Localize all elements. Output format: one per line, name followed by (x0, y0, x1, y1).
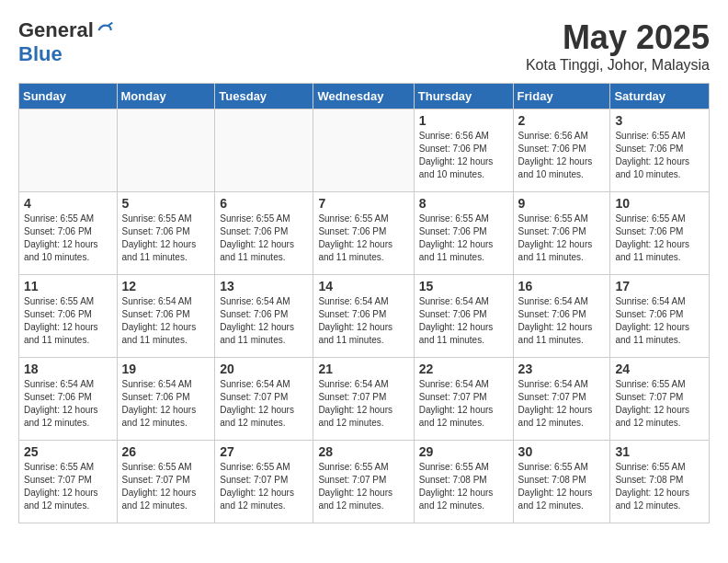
day-info: Sunrise: 6:55 AMSunset: 7:07 PMDaylight:… (318, 461, 408, 512)
table-cell (313, 109, 414, 192)
day-number: 30 (518, 444, 606, 459)
day-info: Sunrise: 6:54 AMSunset: 7:07 PMDaylight:… (318, 378, 408, 430)
day-info: Sunrise: 6:55 AMSunset: 7:08 PMDaylight:… (518, 461, 606, 512)
table-cell: 5Sunrise: 6:55 AMSunset: 7:06 PMDaylight… (117, 192, 215, 275)
page-header: General Blue May 2025 Kota Tinggi, Johor… (18, 18, 710, 74)
day-number: 4 (24, 196, 112, 211)
day-info: Sunrise: 6:56 AMSunset: 7:06 PMDaylight:… (419, 130, 508, 181)
day-info: Sunrise: 6:54 AMSunset: 7:06 PMDaylight:… (24, 378, 112, 430)
logo-icon (96, 21, 114, 40)
week-row-1: 1Sunrise: 6:56 AMSunset: 7:06 PMDaylight… (19, 109, 710, 192)
table-cell: 8Sunrise: 6:55 AMSunset: 7:06 PMDaylight… (414, 192, 513, 275)
title-section: May 2025 Kota Tinggi, Johor, Malaysia (526, 18, 710, 74)
table-cell: 9Sunrise: 6:55 AMSunset: 7:06 PMDaylight… (513, 192, 610, 275)
day-info: Sunrise: 6:55 AMSunset: 7:07 PMDaylight:… (615, 378, 704, 430)
day-number: 7 (318, 196, 408, 211)
day-info: Sunrise: 6:54 AMSunset: 7:07 PMDaylight:… (220, 378, 308, 430)
day-info: Sunrise: 6:55 AMSunset: 7:06 PMDaylight:… (419, 213, 508, 264)
day-info: Sunrise: 6:54 AMSunset: 7:06 PMDaylight:… (518, 295, 606, 347)
table-cell: 12Sunrise: 6:54 AMSunset: 7:06 PMDayligh… (117, 275, 215, 358)
table-cell: 31Sunrise: 6:55 AMSunset: 7:08 PMDayligh… (610, 441, 710, 523)
day-number: 10 (615, 196, 704, 211)
logo-general-text: General (18, 18, 94, 42)
day-number: 16 (518, 279, 606, 293)
day-info: Sunrise: 6:55 AMSunset: 7:06 PMDaylight:… (318, 213, 408, 264)
table-cell (215, 109, 313, 192)
day-number: 25 (24, 444, 112, 459)
day-number: 13 (220, 279, 308, 293)
day-info: Sunrise: 6:54 AMSunset: 7:06 PMDaylight:… (220, 295, 308, 347)
table-cell: 19Sunrise: 6:54 AMSunset: 7:06 PMDayligh… (117, 358, 215, 441)
day-info: Sunrise: 6:55 AMSunset: 7:07 PMDaylight:… (24, 461, 112, 512)
table-cell: 4Sunrise: 6:55 AMSunset: 7:06 PMDaylight… (19, 192, 118, 275)
table-cell: 15Sunrise: 6:54 AMSunset: 7:06 PMDayligh… (414, 275, 513, 358)
day-number: 29 (419, 444, 508, 459)
day-number: 14 (318, 279, 408, 293)
table-cell: 25Sunrise: 6:55 AMSunset: 7:07 PMDayligh… (19, 441, 118, 523)
day-number: 19 (122, 362, 210, 376)
table-cell: 10Sunrise: 6:55 AMSunset: 7:06 PMDayligh… (610, 192, 710, 275)
day-number: 15 (419, 279, 508, 293)
day-info: Sunrise: 6:54 AMSunset: 7:06 PMDaylight:… (122, 295, 210, 347)
day-number: 27 (220, 444, 308, 459)
table-cell (19, 109, 118, 192)
col-thursday: Thursday (414, 84, 513, 109)
day-info: Sunrise: 6:56 AMSunset: 7:06 PMDaylight:… (518, 130, 606, 181)
table-cell: 29Sunrise: 6:55 AMSunset: 7:08 PMDayligh… (414, 441, 513, 523)
day-info: Sunrise: 6:54 AMSunset: 7:06 PMDaylight:… (318, 295, 408, 347)
day-number: 20 (220, 362, 308, 376)
table-cell: 2Sunrise: 6:56 AMSunset: 7:06 PMDaylight… (513, 109, 610, 192)
week-row-4: 18Sunrise: 6:54 AMSunset: 7:06 PMDayligh… (19, 358, 710, 441)
logo-blue-text: Blue (18, 42, 63, 66)
week-row-5: 25Sunrise: 6:55 AMSunset: 7:07 PMDayligh… (19, 441, 710, 523)
day-number: 28 (318, 444, 408, 459)
day-info: Sunrise: 6:55 AMSunset: 7:07 PMDaylight:… (122, 461, 210, 512)
day-number: 11 (24, 279, 112, 293)
day-number: 21 (318, 362, 408, 376)
day-info: Sunrise: 6:55 AMSunset: 7:06 PMDaylight:… (615, 213, 704, 264)
day-info: Sunrise: 6:55 AMSunset: 7:06 PMDaylight:… (24, 213, 112, 264)
day-info: Sunrise: 6:55 AMSunset: 7:06 PMDaylight:… (518, 213, 606, 264)
table-cell: 3Sunrise: 6:55 AMSunset: 7:06 PMDaylight… (610, 109, 710, 192)
table-cell: 1Sunrise: 6:56 AMSunset: 7:06 PMDaylight… (414, 109, 513, 192)
day-info: Sunrise: 6:54 AMSunset: 7:06 PMDaylight:… (615, 295, 704, 347)
table-cell: 7Sunrise: 6:55 AMSunset: 7:06 PMDaylight… (313, 192, 414, 275)
calendar-table: Sunday Monday Tuesday Wednesday Thursday… (18, 83, 710, 523)
table-cell: 30Sunrise: 6:55 AMSunset: 7:08 PMDayligh… (513, 441, 610, 523)
day-info: Sunrise: 6:55 AMSunset: 7:08 PMDaylight:… (419, 461, 508, 512)
day-info: Sunrise: 6:54 AMSunset: 7:06 PMDaylight:… (122, 378, 210, 430)
day-info: Sunrise: 6:55 AMSunset: 7:07 PMDaylight:… (220, 461, 308, 512)
location: Kota Tinggi, Johor, Malaysia (526, 57, 710, 74)
day-info: Sunrise: 6:55 AMSunset: 7:06 PMDaylight:… (24, 295, 112, 347)
table-cell: 11Sunrise: 6:55 AMSunset: 7:06 PMDayligh… (19, 275, 118, 358)
logo: General Blue (18, 18, 114, 66)
day-number: 9 (518, 196, 606, 211)
table-cell: 23Sunrise: 6:54 AMSunset: 7:07 PMDayligh… (513, 358, 610, 441)
table-cell: 28Sunrise: 6:55 AMSunset: 7:07 PMDayligh… (313, 441, 414, 523)
table-cell: 24Sunrise: 6:55 AMSunset: 7:07 PMDayligh… (610, 358, 710, 441)
table-cell: 17Sunrise: 6:54 AMSunset: 7:06 PMDayligh… (610, 275, 710, 358)
table-cell: 6Sunrise: 6:55 AMSunset: 7:06 PMDaylight… (215, 192, 313, 275)
day-number: 24 (615, 362, 704, 376)
table-cell: 13Sunrise: 6:54 AMSunset: 7:06 PMDayligh… (215, 275, 313, 358)
col-saturday: Saturday (610, 84, 710, 109)
table-cell: 14Sunrise: 6:54 AMSunset: 7:06 PMDayligh… (313, 275, 414, 358)
table-cell: 20Sunrise: 6:54 AMSunset: 7:07 PMDayligh… (215, 358, 313, 441)
day-number: 2 (518, 113, 606, 128)
day-number: 12 (122, 279, 210, 293)
week-row-3: 11Sunrise: 6:55 AMSunset: 7:06 PMDayligh… (19, 275, 710, 358)
table-cell: 16Sunrise: 6:54 AMSunset: 7:06 PMDayligh… (513, 275, 610, 358)
week-row-2: 4Sunrise: 6:55 AMSunset: 7:06 PMDaylight… (19, 192, 710, 275)
day-number: 31 (615, 444, 704, 459)
day-number: 5 (122, 196, 210, 211)
table-cell: 21Sunrise: 6:54 AMSunset: 7:07 PMDayligh… (313, 358, 414, 441)
day-info: Sunrise: 6:54 AMSunset: 7:07 PMDaylight:… (518, 378, 606, 430)
day-number: 22 (419, 362, 508, 376)
col-tuesday: Tuesday (215, 84, 313, 109)
day-info: Sunrise: 6:55 AMSunset: 7:06 PMDaylight:… (615, 130, 704, 181)
col-wednesday: Wednesday (313, 84, 414, 109)
day-info: Sunrise: 6:55 AMSunset: 7:06 PMDaylight:… (122, 213, 210, 264)
day-info: Sunrise: 6:54 AMSunset: 7:06 PMDaylight:… (419, 295, 508, 347)
table-cell: 27Sunrise: 6:55 AMSunset: 7:07 PMDayligh… (215, 441, 313, 523)
table-cell (117, 109, 215, 192)
